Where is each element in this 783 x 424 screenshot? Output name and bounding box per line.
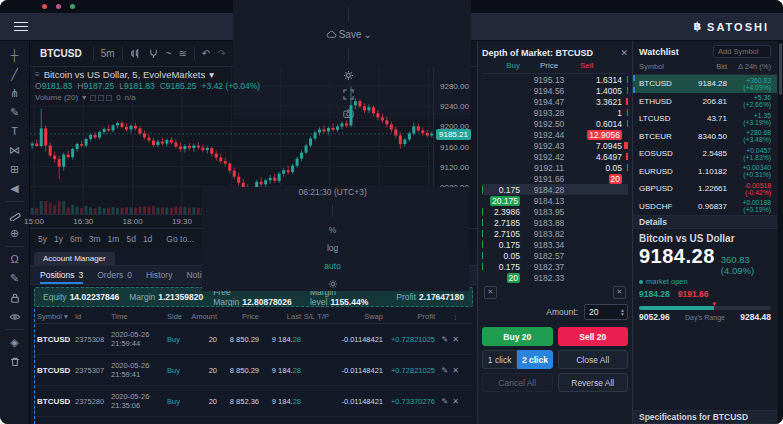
amount-input[interactable] <box>585 307 615 317</box>
watchlist-row-btceur[interactable]: BTCEUR8340.50+280.68 (+3.48%) <box>633 128 777 146</box>
col-header-tp[interactable]: T/P <box>315 312 329 321</box>
col-header-symbol[interactable]: Symbol ▾ <box>37 312 75 321</box>
dom-sell-row[interactable]: 9193.281 <box>482 107 628 118</box>
hamburger-menu-icon[interactable] <box>14 22 28 32</box>
auto-scale-button[interactable]: auto <box>324 261 341 271</box>
dom-sell-row[interactable]: 9192.500.6014 <box>482 118 628 129</box>
col-header-swap[interactable]: Swap <box>329 312 383 321</box>
tab-orders[interactable]: Orders0 <box>97 266 132 284</box>
trend-line-tool-icon[interactable]: ╱ <box>4 65 26 84</box>
add-symbol-input[interactable] <box>713 45 771 58</box>
close-position-icon[interactable]: ✕ <box>452 335 459 344</box>
dom-buy-row[interactable]: 20.1759184.13 <box>482 195 628 206</box>
cursor-arrow-tool-icon[interactable]: ◀ <box>4 179 26 198</box>
hide-drawings-tool-icon[interactable] <box>4 307 26 326</box>
watchlist-row-ethusd[interactable]: ETHUSD206.81+5.36 (+2.66%) <box>633 93 777 111</box>
col-header-amount[interactable]: Amount <box>189 312 217 321</box>
edit-position-icon[interactable]: ✎ <box>442 366 449 375</box>
series-collapse-icon[interactable]: ≡ <box>35 70 40 79</box>
dom-sell-row[interactable]: 9192.424.6497 <box>482 151 628 162</box>
close-position-icon[interactable]: ✕ <box>452 366 459 375</box>
dom-buy-row[interactable]: 2.39869183.95 <box>482 206 628 217</box>
close-position-icon[interactable]: ✕ <box>452 397 459 406</box>
buy-button[interactable]: Buy 20 <box>482 327 553 346</box>
cancel-all-button[interactable]: Cancel All <box>482 373 553 392</box>
panel-scrollbar[interactable] <box>778 41 783 424</box>
pitchfork-tool-icon[interactable]: ⋔ <box>4 84 26 103</box>
col-header-last[interactable]: Last <box>259 312 301 321</box>
tab-history[interactable]: History <box>146 266 172 284</box>
dom-buy-row[interactable]: 209182.33 <box>482 272 628 283</box>
dom-sell-row[interactable]: 9194.473.3621 <box>482 96 628 107</box>
col-header-sl[interactable]: S/L <box>301 312 315 321</box>
tab-positions[interactable]: Positions3 <box>40 266 83 284</box>
range-button-1m[interactable]: 1m <box>108 234 120 244</box>
undo-icon[interactable]: ↶ <box>202 48 210 59</box>
range-button-3m[interactable]: 3m <box>89 234 101 244</box>
zoom-in-tool-icon[interactable]: ⊕ <box>4 224 26 243</box>
range-button-6m[interactable]: 6m <box>70 234 82 244</box>
magnet-tool-icon[interactable]: Ω <box>4 250 26 269</box>
col-header-side[interactable]: Side <box>167 312 189 321</box>
specifications-section-header[interactable]: Specifications for BTCUSD <box>633 410 777 424</box>
line-tool-icon[interactable]: ~ <box>166 48 172 59</box>
dom-buy-row[interactable]: 0.1759182.37 <box>482 261 628 272</box>
col-header-menu-icon[interactable]: ⋮ <box>435 312 459 321</box>
reverse-all-button[interactable]: Reverse All <box>558 373 629 392</box>
compare-icon[interactable] <box>148 48 159 59</box>
cancel-buy-orders-button[interactable]: ✕ <box>484 286 497 299</box>
volume-label[interactable]: Volume (20) <box>35 93 78 102</box>
watchlist-change-header[interactable]: Δ 24h (%) <box>727 62 771 74</box>
amount-stepper[interactable]: ▲▼ <box>584 304 628 320</box>
position-row[interactable]: BTCUSD23752802020-05-2621:35:06Buy208 85… <box>35 386 473 417</box>
position-row[interactable]: BTCUSD23753072020-05-2621:59:41Buy208 85… <box>35 355 473 386</box>
volume-mini-icons[interactable] <box>90 95 112 101</box>
watchlist-row-eosusd[interactable]: EOSUSD2.5485+0.0457 (+1.83%) <box>633 145 777 163</box>
goto-button[interactable]: Go to... <box>166 234 194 244</box>
dom-buy-row[interactable]: 0.1759183.34 <box>482 239 628 250</box>
redo-icon[interactable]: ↷ <box>217 48 225 59</box>
forecast-tool-icon[interactable]: ⊞ <box>4 160 26 179</box>
account-manager-tab[interactable]: Account Manager <box>34 252 115 265</box>
range-button-5y[interactable]: 5y <box>38 234 47 244</box>
interval-button[interactable]: 5m <box>101 48 115 59</box>
watchlist-row-gbpusd[interactable]: GBPUSD1.22661-0.00518 (-0.42%) <box>633 180 777 198</box>
watchlist-row-ltcusd[interactable]: LTCUSD43.71+1.35 (+3.19%) <box>633 110 777 128</box>
one-click-toggle[interactable]: 1 click <box>482 350 517 369</box>
object-tree-tool-icon[interactable]: ◈ <box>4 333 26 352</box>
position-row[interactable]: BTCUSD23753082020-05-2621:59:44Buy208 85… <box>35 324 473 355</box>
col-header-time[interactable]: Time <box>111 312 167 321</box>
two-click-toggle[interactable]: 2 click <box>517 350 552 369</box>
dom-sell-row[interactable]: 9191.6620 <box>482 173 628 184</box>
percent-scale-button[interactable]: % <box>329 225 337 235</box>
range-button-1d[interactable]: 1d <box>143 234 152 244</box>
measure-tool-icon[interactable] <box>4 205 26 224</box>
window-minimize-button[interactable] <box>56 4 61 9</box>
cancel-sell-orders-button[interactable]: ✕ <box>613 286 626 299</box>
log-scale-button[interactable]: log <box>327 243 338 253</box>
col-header-price[interactable]: Price <box>217 312 259 321</box>
axis-settings-gear-icon[interactable] <box>328 279 338 291</box>
watchlist-row-eurusd[interactable]: EURUSD1.10182+0.00340 (+0.31%) <box>633 163 777 181</box>
xabcd-pattern-tool-icon[interactable]: ⋈ <box>4 141 26 160</box>
edit-position-icon[interactable]: ✎ <box>442 397 449 406</box>
indicators-icon[interactable]: ≋ <box>178 48 186 59</box>
dom-buy-row[interactable]: 0.1759184.28 <box>482 184 628 195</box>
dom-buy-row[interactable]: 0.059182.57 <box>482 250 628 261</box>
watchlist-bid-header[interactable]: Bid <box>683 62 727 74</box>
dom-sell-row[interactable]: 9194.561.4005 <box>482 85 628 96</box>
brush-tool-icon[interactable]: ✎ <box>4 103 26 122</box>
cloud-save-button[interactable]: Save ⌄ <box>326 29 372 40</box>
candle-style-icon[interactable] <box>130 48 141 59</box>
range-button-1y[interactable]: 1y <box>54 234 63 244</box>
edit-position-icon[interactable]: ✎ <box>442 335 449 344</box>
details-section-header[interactable]: Details <box>633 215 777 229</box>
dom-close-icon[interactable]: ✕ <box>620 48 628 58</box>
close-all-button[interactable]: Close All <box>558 350 629 369</box>
text-tool-icon[interactable]: T <box>4 122 26 141</box>
dom-buy-row[interactable]: 2.71059183.82 <box>482 228 628 239</box>
range-button-5d[interactable]: 5d <box>126 234 135 244</box>
dom-sell-row[interactable]: 9195.131.6314 <box>482 74 628 85</box>
dom-buy-row[interactable]: 2.71859183.88 <box>482 217 628 228</box>
clock[interactable]: 06:21:30 (UTC+3) <box>298 187 366 197</box>
